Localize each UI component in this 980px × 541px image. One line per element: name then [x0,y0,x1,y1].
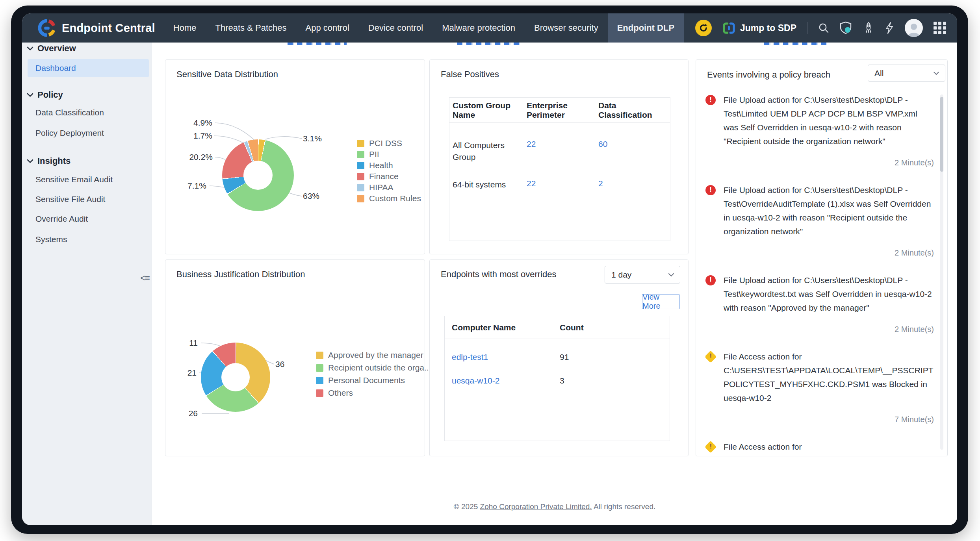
view-more-button[interactable]: View More [642,294,680,309]
enterprise-perimeter-count-link[interactable]: 22 [527,179,598,188]
legend-item[interactable]: Finance [357,171,421,182]
pie-label: 21 [187,368,197,378]
navbar-divider [807,22,807,34]
legend-label: Custom Rules [369,194,421,203]
legend-swatch [357,195,364,202]
zoho-link[interactable]: Zoho Corporation Private Limited. [480,502,592,511]
legend-item[interactable]: Health [357,160,421,171]
refresh-icon[interactable] [695,20,712,36]
tab-app-control[interactable]: App control [296,13,358,43]
legend-swatch [357,140,364,147]
enterprise-perimeter-count-link[interactable]: 22 [527,139,598,149]
quick-actions-bolt-icon[interactable] [885,22,894,34]
sidebar-section-overview[interactable]: Overview [27,43,76,54]
rights-text: All rights reserved. [594,502,655,511]
legend-item[interactable]: HIPAA [357,182,421,193]
legend-item[interactable]: Recipient outside the orga... [316,361,431,374]
card-title: Business Justification Distribution [176,269,305,280]
tab-endpoint-dlp[interactable]: Endpoint DLP [608,13,684,43]
event-text: File Access action for C:\USERS\TEST\APP… [724,350,934,405]
legend-label: PCI DSS [369,139,402,148]
tab-browser-security[interactable]: Browser security [525,13,608,43]
data-classification-count-link[interactable]: 60 [598,139,667,149]
scrollbar-thumb[interactable] [940,97,943,172]
clipped-link-fragment [288,43,347,45]
event-time: 7 Minute(s) [724,415,934,424]
group-name: All Computers Group [453,139,520,163]
app-title: Endpoint Central [62,22,155,35]
pie-label: 20.2 [189,152,213,162]
sidebar-item-override-audit[interactable]: Override Audit [28,210,149,228]
legend-label: Health [369,161,393,170]
legend-item[interactable]: Approved by the manager [316,349,431,361]
events-list: File Upload action for C:\Users\test\Des… [705,93,934,453]
pie-label: 1.7 [193,131,212,141]
legend-item[interactable]: Custom Rules [357,193,421,204]
event-item: File Upload action for C:\Users\test\Des… [705,93,934,167]
legend-item[interactable]: Others [316,387,431,399]
chevron-down-icon [27,93,33,97]
jump-to-sdp[interactable]: Jump to SDP [722,22,796,35]
endpoint-central-logo-icon [38,19,56,37]
sidebar-item-sensitive-email-audit[interactable]: Sensitive Email Audit [28,170,149,189]
legend-label: PII [369,150,379,159]
tab-device-control[interactable]: Device control [359,13,432,43]
pie-label: 36 [275,359,284,369]
card-sensitive-data-distribution: Sensitive Data Distribution 4.9 [165,59,425,254]
event-time: 2 Minute(s) [724,248,934,258]
main-content: Sensitive Data Distribution 4.9 [152,43,957,525]
computer-name-link[interactable]: uesqa-w10-2 [452,376,560,385]
tab-threats-patches[interactable]: Threats & Patches [206,13,296,43]
events-filter-select[interactable]: All [868,65,945,82]
pie-label: 26 [189,409,198,418]
event-item: File Upload action for C:\Users\test\Des… [705,183,934,258]
computer-name-link[interactable]: edlp-test1 [452,352,560,362]
sidebar-item-systems[interactable]: Systems [28,230,149,248]
tab-home[interactable]: Home [164,13,206,43]
legend-swatch [357,151,364,158]
main-nav: Home Threats & Patches App control Devic… [164,13,684,43]
legend-swatch [316,377,323,384]
event-text: File Upload action for C:\Users\test\Des… [724,93,934,148]
chevron-down-icon [27,46,33,51]
sidebar-item-sensitive-file-audit[interactable]: Sensitive File Audit [28,190,149,208]
tab-malware-protection[interactable]: Malware protection [432,13,525,43]
card-policy-breach-events: Events involving a policy breach All Fil… [696,59,948,456]
sidebar-item-policy-deployment[interactable]: Policy Deployment [28,124,149,142]
sidebar-collapse-icon[interactable]: <≡ [140,273,149,283]
warning-icon [705,441,717,453]
card-title: Sensitive Data Distribution [176,69,278,80]
override-count: 3 [560,376,663,385]
error-icon [705,275,716,285]
event-item: File Access action for C:\USERS\TEST\APP… [705,350,934,424]
chevron-down-icon [933,71,939,75]
security-shield-icon[interactable] [840,21,852,35]
legend-item[interactable]: Personal Documents [316,374,431,387]
error-icon [705,95,716,105]
warning-icon [705,350,717,363]
sidebar-item-dashboard[interactable]: Dashboard [28,59,149,77]
events-scrollbar[interactable] [940,94,943,450]
data-classification-count-link[interactable]: 2 [598,179,667,188]
pie-label: 7.1 [187,181,206,191]
jump-to-sdp-label: Jump to SDP [740,23,796,33]
legend-label: Others [328,388,353,398]
business-justification-donut-chart [201,343,270,412]
legend: PCI DSSPIIHealthFinanceHIPAACustom Rules [357,138,421,204]
sidebar-section-insights[interactable]: Insights [27,156,71,166]
announcements-rocket-icon[interactable] [863,22,874,34]
legend-label: Personal Documents [328,376,405,385]
sidebar-item-data-classification[interactable]: Data Classification [28,104,149,122]
event-time: 2 Minute(s) [724,158,934,167]
user-avatar[interactable] [905,19,923,37]
legend-item[interactable]: PII [357,149,421,160]
event-item: File Access action for C:\USERS\TEST\APP… [705,440,934,453]
event-text: File Upload action for C:\Users\test\Des… [724,183,934,238]
legend-item[interactable]: PCI DSS [357,138,421,149]
search-icon[interactable] [818,22,829,33]
event-time: 2 Minute(s) [724,325,934,334]
sidebar-section-policy[interactable]: Policy [27,90,63,100]
period-select[interactable]: 1 day [605,266,680,283]
legend-label: HIPAA [369,183,393,192]
apps-grid-icon[interactable] [934,22,946,34]
